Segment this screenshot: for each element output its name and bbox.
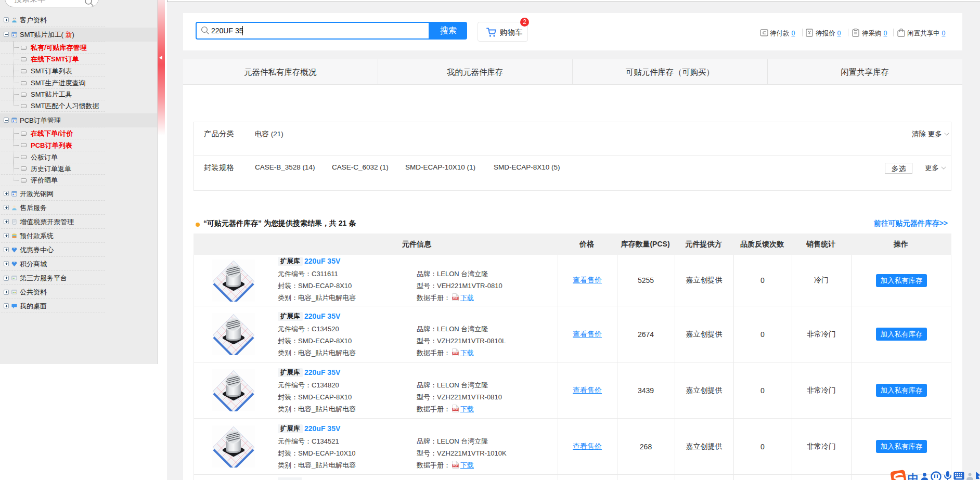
- svg-text:PDF: PDF: [453, 464, 458, 467]
- svg-text:PDF: PDF: [453, 408, 458, 411]
- svg-text:PDF: PDF: [453, 352, 458, 355]
- svg-text:PDF: PDF: [453, 297, 458, 300]
